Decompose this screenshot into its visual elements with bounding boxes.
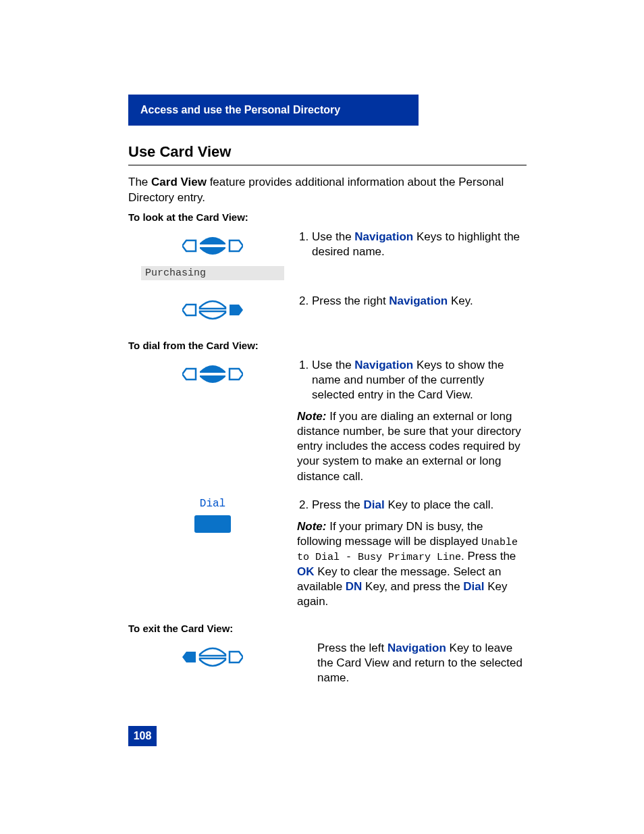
row-exit: Press the left Navigation Key to leave t… bbox=[128, 641, 527, 685]
chapter-header: Access and use the Personal Directory bbox=[128, 95, 419, 126]
kw-dial: Dial bbox=[463, 580, 484, 593]
kw-navigation: Navigation bbox=[354, 230, 413, 243]
t: . Press the bbox=[461, 550, 516, 563]
kw-dial: Dial bbox=[364, 498, 385, 511]
t: Use the bbox=[312, 230, 354, 243]
nav-keys-updown-icon bbox=[182, 230, 243, 262]
step-dial-1: Use the Navigation Keys to show the name… bbox=[312, 358, 527, 402]
note-2: Note: If your primary DN is busy, the fo… bbox=[297, 519, 527, 609]
row-look-1: Purchasing Use the Navigation Keys to hi… bbox=[128, 230, 527, 280]
intro-bold: Card View bbox=[151, 176, 207, 188]
t: Key to place the call. bbox=[385, 498, 494, 511]
title-rule bbox=[128, 165, 527, 165]
kw-navigation: Navigation bbox=[387, 642, 446, 654]
softkey-dial-icon bbox=[194, 515, 231, 533]
step-look-2: Press the right Navigation Key. bbox=[312, 294, 527, 309]
nav-keys-updown-icon bbox=[182, 358, 243, 390]
page-number: 108 bbox=[128, 726, 157, 746]
t: Use the bbox=[312, 359, 354, 371]
t: Key, and press the bbox=[362, 580, 463, 593]
kw-dn: DN bbox=[346, 580, 363, 593]
exit-text: Press the left Navigation Key to leave t… bbox=[317, 642, 522, 684]
subheading-dial: To dial from the Card View: bbox=[128, 340, 527, 351]
section-title: Use Card View bbox=[128, 143, 527, 161]
step-dial-2: Press the Dial Key to place the call. bbox=[312, 498, 527, 513]
row-look-2: Press the right Navigation Key. bbox=[128, 294, 527, 326]
t: Press the right bbox=[312, 294, 389, 307]
display-purchasing: Purchasing bbox=[141, 266, 284, 280]
nav-keys-right-icon bbox=[182, 294, 243, 326]
note-label: Note: bbox=[297, 520, 326, 533]
nav-keys-left-icon bbox=[182, 641, 243, 673]
kw-navigation: Navigation bbox=[354, 359, 413, 371]
kw-ok: OK bbox=[297, 565, 315, 578]
row-dial-1: Use the Navigation Keys to show the name… bbox=[128, 358, 527, 484]
subheading-look: To look at the Card View: bbox=[128, 211, 527, 223]
t: Press the left bbox=[317, 642, 387, 654]
step-look-1: Use the Navigation Keys to highlight the… bbox=[312, 230, 527, 259]
softkey-dial-label: Dial bbox=[200, 498, 225, 510]
intro-pre: The bbox=[128, 176, 151, 188]
intro-text: The Card View feature provides additiona… bbox=[128, 175, 527, 206]
row-dial-2: Dial Press the Dial Key to place the cal… bbox=[128, 498, 527, 609]
note-text: If you are dialing an external or long d… bbox=[297, 410, 521, 482]
subheading-exit: To exit the Card View: bbox=[128, 623, 527, 634]
t: Key. bbox=[448, 294, 473, 307]
note-label: Note: bbox=[297, 410, 326, 423]
t: Press the bbox=[312, 498, 364, 511]
kw-navigation: Navigation bbox=[389, 294, 448, 307]
note-1: Note: If you are dialing an external or … bbox=[297, 409, 527, 484]
